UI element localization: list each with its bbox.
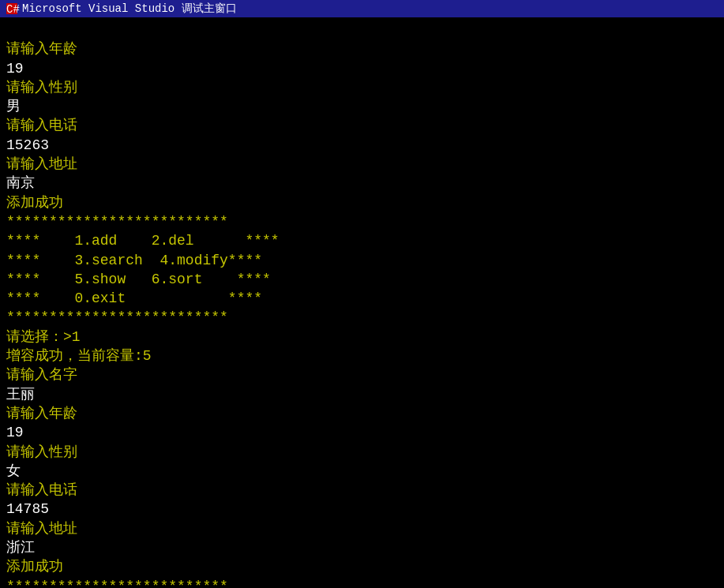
console-line: 南京: [6, 174, 718, 193]
console-line: 王丽: [6, 385, 718, 404]
console-line: 14785: [6, 500, 718, 519]
window-title: Microsoft Visual Studio 调试主窗口: [22, 2, 237, 16]
console-line: 请输入地址: [6, 519, 718, 538]
app-icon: C#: [6, 3, 17, 14]
title-bar: C# Microsoft Visual Studio 调试主窗口: [0, 0, 724, 17]
console-line: 请选择：>1: [6, 328, 718, 346]
console-line: 添加成功: [6, 557, 718, 576]
console-line: 请输入名字: [6, 365, 718, 384]
console-line: 请输入性别: [6, 443, 718, 462]
console-line: **************************: [6, 577, 718, 588]
console-line: **** 1.add 2.del ****: [6, 231, 718, 250]
console-line: **** 5.show 6.sort ****: [6, 270, 718, 289]
console-line: 男: [6, 97, 718, 116]
console-line: 19: [6, 423, 718, 442]
console-line: 增容成功，当前容量:5: [6, 346, 718, 365]
console-line: **************************: [6, 308, 718, 327]
console-line: 请输入电话: [6, 481, 718, 500]
console-line: 15263: [6, 136, 718, 155]
console-line: 请输入年龄: [6, 404, 718, 423]
console-line: **** 0.exit ****: [6, 289, 718, 308]
console-line: 女: [6, 462, 718, 481]
console-line: **************************: [6, 212, 718, 231]
console-line: 浙江: [6, 538, 718, 557]
console-line: 请输入性别: [6, 78, 718, 97]
console-line: 请输入年龄: [6, 39, 718, 58]
console-line: **** 3.search 4.modify****: [6, 251, 718, 270]
console-line: 请输入地址: [6, 155, 718, 174]
console-output: 请输入年龄19请输入性别男请输入电话15263请输入地址南京添加成功******…: [0, 17, 724, 588]
console-line: 请输入电话: [6, 116, 718, 135]
console-line: 19: [6, 59, 718, 78]
console-line: 添加成功: [6, 193, 718, 212]
